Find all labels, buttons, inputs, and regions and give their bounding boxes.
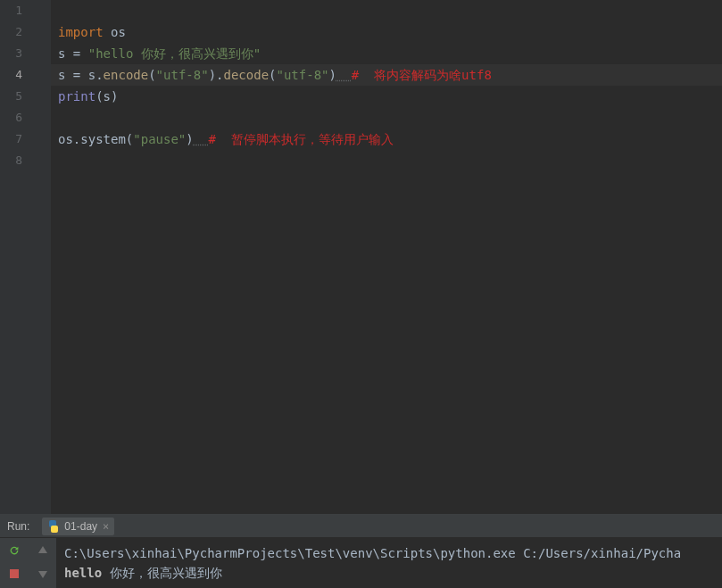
- line-number[interactable]: 3: [0, 43, 31, 64]
- close-icon[interactable]: ×: [103, 520, 109, 533]
- token: # 暂停脚本执行，等待用户输入: [209, 132, 394, 146]
- run-label: Run:: [7, 520, 29, 533]
- gutter-separator: [31, 0, 51, 21]
- line-number[interactable]: 6: [0, 107, 31, 128]
- down-button[interactable]: [34, 565, 52, 583]
- run-tab-name: 01-day: [64, 520, 97, 533]
- code-line[interactable]: s = s.encode("utf-8").decode("utf-8") # …: [51, 64, 722, 86]
- line-number[interactable]: 1: [0, 0, 31, 21]
- run-output[interactable]: C:\Users\xinhai\PycharmProjects\Test\ven…: [57, 538, 722, 588]
- gutter-separator: [31, 21, 51, 43]
- token: s: [58, 46, 73, 61]
- code-row: 7os.system("pause") # 暂停脚本执行，等待用户输入: [0, 128, 722, 150]
- line-number[interactable]: 5: [0, 86, 31, 107]
- code-row: 5print(s): [0, 86, 722, 107]
- token: encode: [104, 68, 149, 82]
- token: s: [58, 68, 73, 82]
- up-button[interactable]: [34, 542, 52, 559]
- rerun-button[interactable]: [5, 542, 23, 559]
- token: # 将内容解码为啥utf8: [352, 68, 492, 82]
- line-number[interactable]: 2: [0, 21, 31, 43]
- gutter-separator: [31, 43, 51, 64]
- gutter-separator: [31, 128, 51, 150]
- code-line[interactable]: [51, 150, 722, 171]
- token: ): [186, 132, 193, 146]
- editor-scrollbar[interactable]: [711, 0, 722, 514]
- token: (: [148, 68, 155, 82]
- code-line[interactable]: s = "hello 你好，很高兴遇到你": [51, 43, 722, 64]
- token: import: [58, 25, 104, 39]
- token: "pause": [133, 132, 186, 146]
- token: (: [95, 89, 103, 104]
- run-panel: Run: 01-day × C:\Users\xinhai\PycharmPro…: [0, 514, 722, 588]
- token: [336, 68, 352, 82]
- output-token: 你好，很高兴遇到你: [102, 566, 221, 580]
- token: "hello 你好，很高兴遇到你": [88, 46, 261, 61]
- python-icon: [47, 520, 60, 533]
- code-row: 4s = s.encode("utf-8").decode("utf-8") #…: [0, 64, 722, 86]
- run-toolbar-left: [0, 538, 29, 588]
- token: ): [111, 89, 118, 104]
- line-number[interactable]: 7: [0, 128, 31, 150]
- token: print: [58, 89, 95, 104]
- gutter-separator: [31, 86, 51, 107]
- token: [80, 46, 87, 61]
- output-line: C:\Users\xinhai\PycharmProjects\Test\ven…: [64, 543, 715, 563]
- stop-button[interactable]: [5, 565, 23, 583]
- line-number[interactable]: 4: [0, 64, 31, 86]
- code-row: 2import os: [0, 21, 722, 43]
- token: s: [104, 89, 111, 104]
- code-line[interactable]: print(s): [51, 86, 722, 107]
- gutter-separator: [31, 64, 51, 86]
- output-token: hello: [64, 566, 102, 580]
- code-row: 1: [0, 0, 722, 21]
- token: ).: [209, 68, 224, 82]
- code-line[interactable]: import os: [51, 21, 722, 43]
- gutter-separator: [31, 150, 51, 171]
- code-row: 8: [0, 150, 722, 171]
- token: (: [269, 68, 276, 82]
- token: "utf-8": [156, 68, 209, 82]
- output-line: hello 你好，很高兴遇到你: [64, 563, 715, 583]
- token: [104, 25, 111, 39]
- token: decode: [223, 68, 269, 82]
- line-number[interactable]: 8: [0, 150, 31, 171]
- code-line[interactable]: [51, 0, 722, 21]
- stop-icon: [10, 569, 19, 578]
- code-row: 3s = "hello 你好，很高兴遇到你": [0, 43, 722, 64]
- editor-area: 12import os3s = "hello 你好，很高兴遇到你"4s = s.…: [0, 0, 722, 514]
- code-line[interactable]: [51, 107, 722, 128]
- code-row: 6: [0, 107, 722, 128]
- code-line[interactable]: os.system("pause") # 暂停脚本执行，等待用户输入: [51, 128, 722, 150]
- token: s.: [80, 68, 103, 82]
- token: [194, 132, 209, 146]
- run-header: Run: 01-day ×: [0, 515, 722, 538]
- token: os.system(: [58, 132, 133, 146]
- run-toolbar-nav: [29, 538, 57, 588]
- output-token: C:\Users\xinhai\PycharmProjects\Test\ven…: [64, 546, 681, 560]
- run-tab[interactable]: 01-day ×: [42, 518, 114, 535]
- gutter-separator: [31, 107, 51, 128]
- run-body: C:\Users\xinhai\PycharmProjects\Test\ven…: [0, 538, 722, 588]
- token: "utf-8": [277, 68, 329, 82]
- token: ): [329, 68, 336, 82]
- token: os: [111, 25, 126, 39]
